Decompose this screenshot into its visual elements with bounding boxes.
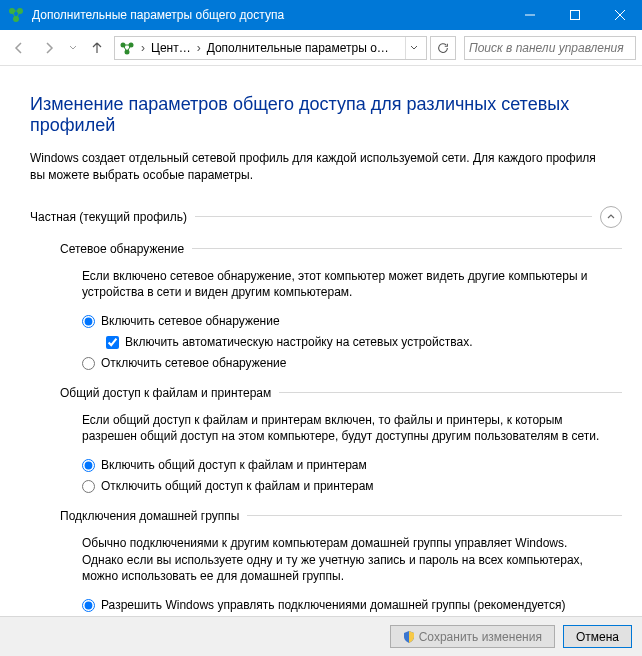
- section-homegroup: Подключения домашней группы Обычно подкл…: [60, 509, 622, 616]
- radio-input[interactable]: [82, 357, 95, 370]
- radio-label: Отключить сетевое обнаружение: [101, 355, 286, 372]
- forward-button[interactable]: [36, 35, 62, 61]
- radio-input[interactable]: [82, 315, 95, 328]
- checkbox-label: Включить автоматическую настройку на сет…: [125, 334, 473, 351]
- title-bar: Дополнительные параметры общего доступа: [0, 0, 642, 30]
- search-box[interactable]: [464, 36, 636, 60]
- content-area: Изменение параметров общего доступа для …: [0, 66, 642, 616]
- footer-bar: Сохранить изменения Отмена: [0, 616, 642, 656]
- button-label: Отмена: [576, 630, 619, 644]
- shield-icon: [403, 631, 415, 643]
- section-network-discovery: Сетевое обнаружение Если включено сетево…: [60, 242, 622, 372]
- radio-label: Отключить общий доступ к файлам и принте…: [101, 478, 374, 495]
- cancel-button[interactable]: Отмена: [563, 625, 632, 648]
- breadcrumb-item[interactable]: Дополнительные параметры о…: [207, 41, 389, 55]
- back-button[interactable]: [6, 35, 32, 61]
- checkbox-auto-setup[interactable]: Включить автоматическую настройку на сет…: [106, 334, 612, 351]
- svg-rect-4: [570, 11, 579, 20]
- button-label: Сохранить изменения: [419, 630, 542, 644]
- close-button[interactable]: [597, 0, 642, 30]
- radio-label: Включить общий доступ к файлам и принтер…: [101, 457, 367, 474]
- section-title: Сетевое обнаружение: [60, 242, 184, 256]
- radio-discovery-on[interactable]: Включить сетевое обнаружение: [82, 313, 612, 330]
- search-input[interactable]: [469, 41, 631, 55]
- radio-discovery-off[interactable]: Отключить сетевое обнаружение: [82, 355, 612, 372]
- collapse-icon[interactable]: [600, 206, 622, 228]
- radio-label: Разрешить Windows управлять подключениям…: [101, 597, 565, 614]
- divider: [192, 248, 622, 249]
- radio-input[interactable]: [82, 599, 95, 612]
- section-title: Подключения домашней группы: [60, 509, 239, 523]
- radio-sharing-off[interactable]: Отключить общий доступ к файлам и принте…: [82, 478, 612, 495]
- maximize-button[interactable]: [552, 0, 597, 30]
- section-title: Общий доступ к файлам и принтерам: [60, 386, 271, 400]
- page-description: Windows создает отдельный сетевой профил…: [30, 150, 622, 184]
- recent-dropdown[interactable]: [66, 35, 80, 61]
- divider: [247, 515, 622, 516]
- radio-label: Включить сетевое обнаружение: [101, 313, 280, 330]
- save-button[interactable]: Сохранить изменения: [390, 625, 555, 648]
- app-icon: [8, 7, 24, 23]
- profile-header-private[interactable]: Частная (текущий профиль): [30, 206, 622, 228]
- radio-input[interactable]: [82, 480, 95, 493]
- minimize-button[interactable]: [507, 0, 552, 30]
- radio-homegroup-windows[interactable]: Разрешить Windows управлять подключениям…: [82, 597, 612, 614]
- section-file-sharing: Общий доступ к файлам и принтерам Если о…: [60, 386, 622, 495]
- radio-input[interactable]: [82, 459, 95, 472]
- checkbox-input[interactable]: [106, 336, 119, 349]
- nav-bar: › Цент… › Дополнительные параметры о…: [0, 30, 642, 66]
- address-dropdown[interactable]: [405, 37, 422, 59]
- section-explain: Обычно подключениями к другим компьютера…: [82, 535, 612, 585]
- window-title: Дополнительные параметры общего доступа: [32, 8, 507, 22]
- section-explain: Если включено сетевое обнаружение, этот …: [82, 268, 612, 302]
- chevron-right-icon: ›: [139, 41, 147, 55]
- breadcrumb-item[interactable]: Цент…: [151, 41, 191, 55]
- address-bar[interactable]: › Цент… › Дополнительные параметры о…: [114, 36, 427, 60]
- refresh-button[interactable]: [430, 36, 456, 60]
- radio-sharing-on[interactable]: Включить общий доступ к файлам и принтер…: [82, 457, 612, 474]
- divider: [279, 392, 622, 393]
- chevron-right-icon: ›: [195, 41, 203, 55]
- address-icon: [119, 40, 135, 56]
- page-heading: Изменение параметров общего доступа для …: [30, 94, 622, 136]
- section-explain: Если общий доступ к файлам и принтерам в…: [82, 412, 612, 446]
- up-button[interactable]: [84, 35, 110, 61]
- divider: [195, 216, 592, 217]
- profile-title: Частная (текущий профиль): [30, 210, 187, 224]
